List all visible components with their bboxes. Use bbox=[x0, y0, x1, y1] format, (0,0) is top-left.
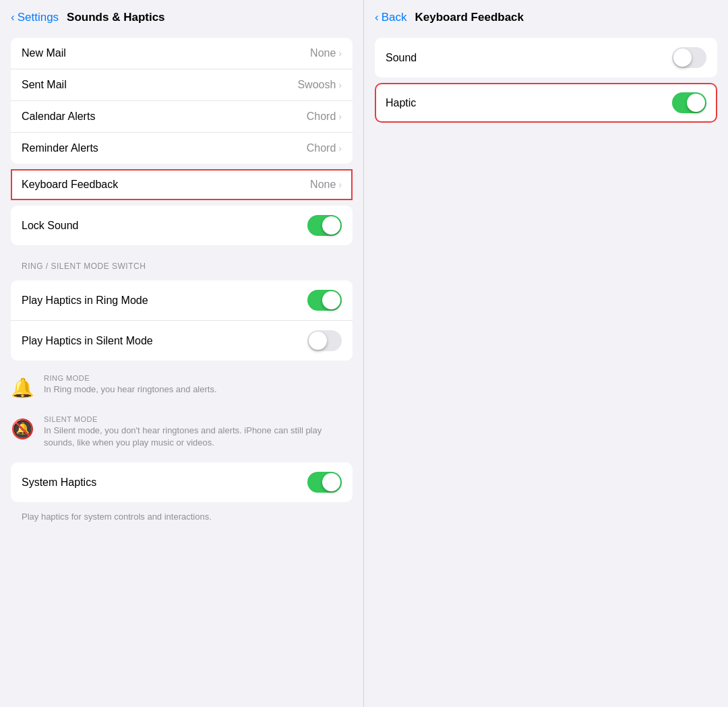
ring-silent-group: Play Haptics in Ring Mode Play Haptics i… bbox=[11, 280, 353, 361]
system-haptics-row[interactable]: System Haptics bbox=[11, 462, 353, 502]
keyboard-feedback-row[interactable]: Keyboard Feedback None › bbox=[11, 169, 353, 200]
haptic-settings-group: Haptic bbox=[375, 83, 717, 123]
reminder-alerts-label: Reminder Alerts bbox=[22, 142, 98, 154]
right-back-button[interactable]: ‹ Back bbox=[375, 11, 406, 24]
system-haptics-group: System Haptics bbox=[11, 462, 353, 502]
ring-mode-desc: In Ring mode, you hear ringtones and ale… bbox=[44, 383, 217, 396]
calendar-alerts-row[interactable]: Calendar Alerts Chord › bbox=[11, 101, 353, 133]
lock-sound-group: Lock Sound bbox=[11, 206, 353, 245]
lock-sound-toggle-knob bbox=[322, 216, 340, 235]
keyboard-feedback-label: Keyboard Feedback bbox=[22, 179, 118, 191]
sound-toggle-knob bbox=[673, 49, 692, 67]
play-haptics-ring-label: Play Haptics in Ring Mode bbox=[22, 295, 148, 307]
silent-mode-icon: 🔕 bbox=[11, 418, 34, 440]
silent-mode-title: Silent Mode bbox=[44, 415, 353, 423]
sent-mail-chevron-icon: › bbox=[338, 80, 342, 90]
keyboard-feedback-chevron-icon: › bbox=[338, 179, 342, 190]
right-page-title: Keyboard Feedback bbox=[415, 11, 524, 24]
new-mail-chevron-icon: › bbox=[338, 48, 342, 59]
system-haptics-note: Play haptics for system controls and int… bbox=[0, 508, 363, 530]
play-haptics-silent-row[interactable]: Play Haptics in Silent Mode bbox=[11, 321, 353, 361]
reminder-alerts-row[interactable]: Reminder Alerts Chord › bbox=[11, 133, 353, 164]
sound-label: Sound bbox=[386, 52, 417, 64]
play-haptics-ring-knob bbox=[322, 291, 340, 309]
silent-mode-desc: In Silent mode, you don't hear ringtones… bbox=[44, 425, 353, 449]
ring-silent-header: Ring / Silent Mode Switch bbox=[0, 251, 363, 275]
left-nav-header: ‹ Settings Sounds & Haptics bbox=[0, 0, 363, 32]
haptic-row[interactable]: Haptic bbox=[375, 83, 717, 123]
system-haptics-toggle[interactable] bbox=[307, 472, 342, 493]
back-chevron-icon: ‹ bbox=[11, 11, 15, 24]
system-haptics-label: System Haptics bbox=[22, 477, 96, 489]
system-haptics-knob bbox=[322, 473, 340, 491]
silent-mode-info: 🔕 Silent Mode In Silent mode, you don't … bbox=[0, 407, 363, 457]
haptic-label: Haptic bbox=[386, 97, 416, 109]
new-mail-value: None › bbox=[310, 47, 342, 59]
keyboard-feedback-value: None › bbox=[310, 179, 342, 191]
right-back-label: Back bbox=[382, 11, 407, 24]
play-haptics-silent-knob bbox=[309, 332, 327, 350]
reminder-alerts-chevron-icon: › bbox=[338, 143, 342, 154]
right-back-chevron-icon: ‹ bbox=[375, 11, 379, 24]
keyboard-feedback-group: Keyboard Feedback None › bbox=[11, 169, 353, 200]
calendar-alerts-chevron-icon: › bbox=[338, 111, 342, 122]
left-page-title: Sounds & Haptics bbox=[67, 11, 164, 24]
ring-mode-info: 🔔 Ring Mode In Ring mode, you hear ringt… bbox=[0, 366, 363, 407]
haptic-toggle-knob bbox=[687, 94, 705, 112]
play-haptics-ring-row[interactable]: Play Haptics in Ring Mode bbox=[11, 280, 353, 321]
lock-sound-toggle[interactable] bbox=[307, 215, 342, 236]
calendar-alerts-label: Calendar Alerts bbox=[22, 111, 95, 123]
reminder-alerts-value: Chord › bbox=[307, 142, 342, 154]
new-mail-row[interactable]: New Mail None › bbox=[11, 38, 353, 69]
ring-mode-text: Ring Mode In Ring mode, you hear rington… bbox=[44, 374, 217, 396]
right-nav-header: ‹ Back Keyboard Feedback bbox=[364, 0, 728, 32]
right-panel: ‹ Back Keyboard Feedback Sound Haptic bbox=[364, 0, 728, 707]
new-mail-label: New Mail bbox=[22, 47, 66, 59]
sent-mail-value: Swoosh › bbox=[297, 79, 342, 91]
settings-back-button[interactable]: ‹ Settings bbox=[11, 11, 59, 24]
play-haptics-ring-toggle[interactable] bbox=[307, 290, 342, 311]
sent-mail-row[interactable]: Sent Mail Swoosh › bbox=[11, 69, 353, 101]
haptic-toggle[interactable] bbox=[672, 92, 706, 113]
play-haptics-silent-toggle[interactable] bbox=[307, 330, 342, 351]
left-panel: ‹ Settings Sounds & Haptics New Mail Non… bbox=[0, 0, 364, 707]
sent-mail-label: Sent Mail bbox=[22, 79, 67, 91]
ring-mode-title: Ring Mode bbox=[44, 374, 217, 382]
silent-mode-text: Silent Mode In Silent mode, you don't he… bbox=[44, 415, 353, 449]
mail-settings-group: New Mail None › Sent Mail Swoosh › Calen… bbox=[11, 38, 353, 164]
sound-toggle[interactable] bbox=[672, 47, 706, 68]
lock-sound-label: Lock Sound bbox=[22, 220, 79, 232]
sound-row[interactable]: Sound bbox=[375, 38, 717, 78]
play-haptics-silent-label: Play Haptics in Silent Mode bbox=[22, 335, 153, 347]
ring-mode-icon: 🔔 bbox=[11, 377, 34, 399]
keyboard-feedback-settings-group: Sound bbox=[375, 38, 717, 78]
lock-sound-row[interactable]: Lock Sound bbox=[11, 206, 353, 245]
calendar-alerts-value: Chord › bbox=[307, 111, 342, 123]
settings-back-label: Settings bbox=[18, 11, 59, 24]
